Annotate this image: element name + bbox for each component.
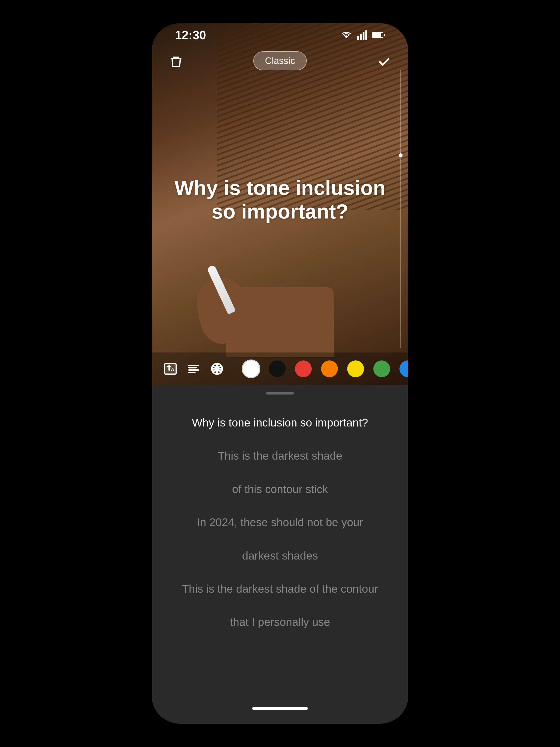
transcript-text-5: darkest shades — [242, 549, 318, 562]
svg-rect-0 — [357, 36, 359, 40]
classic-pill-button[interactable]: Classic — [254, 51, 307, 70]
svg-rect-7 — [164, 364, 176, 374]
video-toolbar: A — [152, 353, 408, 385]
transcript-item-7[interactable]: that I personally use — [152, 606, 408, 639]
status-time: 12:30 — [175, 28, 206, 42]
align-icon-btn[interactable] — [187, 360, 201, 378]
transcript-item-2[interactable]: This is the darkest shade — [152, 439, 408, 472]
color-blue[interactable] — [399, 360, 408, 377]
trash-button[interactable] — [166, 51, 187, 72]
color-black[interactable] — [269, 360, 286, 377]
color-green[interactable] — [373, 360, 390, 377]
home-indicator — [252, 707, 308, 710]
color-yellow[interactable] — [347, 360, 364, 377]
status-bar: 12:30 — [152, 23, 408, 47]
scrubber-thumb — [399, 153, 402, 157]
transcript-item-4[interactable]: In 2024, these should not be your — [152, 506, 408, 539]
transcript-item-1[interactable]: Why is tone inclusion so important? — [152, 406, 408, 439]
phone-frame: 12:30 — [152, 23, 408, 724]
classic-label: Classic — [265, 56, 295, 66]
signal-icon — [357, 30, 367, 40]
vertical-scrubber[interactable] — [400, 70, 401, 348]
transcript-item-5[interactable]: darkest shades — [152, 539, 408, 572]
video-title-overlay: Why is tone inclusion so important? — [152, 176, 408, 223]
color-red[interactable] — [295, 360, 312, 377]
wifi-icon — [340, 30, 352, 40]
scrubber-track — [400, 70, 401, 348]
video-title-text: Why is tone inclusion so important? — [170, 176, 390, 223]
svg-text:A: A — [171, 367, 174, 372]
svg-rect-3 — [365, 30, 367, 40]
transcript-item-6[interactable]: This is the darkest shade of the contour — [152, 572, 408, 606]
drag-handle[interactable] — [266, 392, 294, 394]
transcript-text-7: that I personally use — [230, 616, 330, 628]
transcript-text-4: In 2024, these should not be your — [197, 516, 363, 529]
transcript-text-2: This is the darkest shade — [218, 449, 342, 462]
transcript-item-3[interactable]: of this contour stick — [152, 473, 408, 506]
check-button[interactable] — [373, 51, 394, 72]
svg-rect-5 — [372, 33, 381, 37]
color-orange[interactable] — [321, 360, 338, 377]
bottom-panel: Why is tone inclusion so important? This… — [152, 385, 408, 724]
transcript-list: Why is tone inclusion so important? This… — [152, 406, 408, 703]
svg-rect-2 — [363, 32, 365, 40]
status-icons — [340, 30, 385, 40]
svg-rect-1 — [360, 34, 362, 40]
battery-icon — [372, 31, 385, 38]
svg-rect-6 — [383, 34, 385, 36]
transcript-text-6: This is the darkest shade of the contour — [182, 583, 378, 595]
color-white[interactable] — [243, 360, 260, 377]
transcript-text-3: of this contour stick — [232, 483, 328, 495]
globe-icon-btn[interactable] — [210, 360, 224, 378]
transcript-text-1: Why is tone inclusion so important? — [192, 416, 368, 429]
video-area: Classic Why is tone inclusion so importa… — [152, 23, 408, 385]
text-format-icon-btn[interactable]: A — [163, 360, 177, 378]
